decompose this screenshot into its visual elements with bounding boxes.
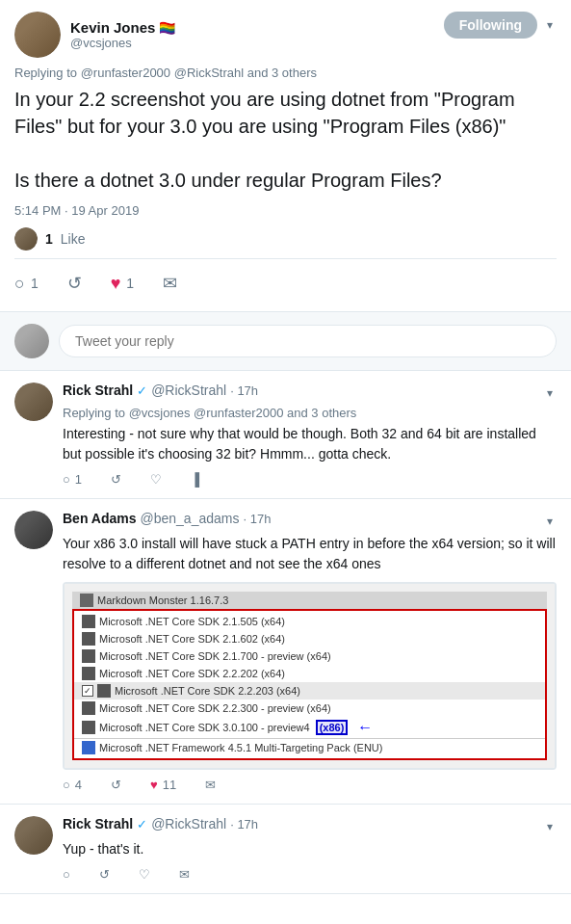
sub-header: Rick Strahl ✓ @RickStrahl · 17h ▾	[63, 383, 557, 404]
retweet-icon: ↺	[67, 273, 82, 294]
rick2-chevron-icon[interactable]: ▾	[543, 816, 557, 837]
rick2-heart-action[interactable]: ♡	[139, 867, 150, 882]
tweet-header-left: Kevin Jones 🏳️‍🌈 @vcsjones	[14, 12, 175, 58]
sdk-item-2: Microsoft .NET Core SDK 2.1.700 - previe…	[74, 647, 545, 665]
ben-adams-avatar[interactable]	[14, 511, 53, 549]
mail-icon: ✉	[163, 273, 177, 294]
reply-action[interactable]: ○ 1	[14, 274, 39, 294]
user-info: Kevin Jones 🏳️‍🌈 @vcsjones	[70, 19, 175, 50]
liker-avatar	[14, 227, 38, 251]
rick2-actions: ○ ↺ ♡ ✉	[63, 867, 557, 882]
likes-section: 1 Like	[14, 227, 557, 259]
reply-box	[0, 312, 571, 371]
chevron-down-icon[interactable]: ▾	[543, 14, 557, 36]
sdk-icon-6	[82, 721, 95, 734]
ben-heart-action[interactable]: ♥ 11	[150, 778, 176, 792]
reply-avatar	[14, 324, 49, 358]
screenshot-icon	[80, 594, 93, 607]
sdk-icon-2	[82, 649, 95, 663]
rick-strahl2-content: Rick Strahl ✓ @RickStrahl · 17h ▾ Yup - …	[63, 816, 557, 882]
sdk-icon-0	[82, 615, 95, 628]
tweet-text: In your 2.2 screenshot you are using dot…	[14, 86, 557, 194]
sdk-screenshot: Markdown Monster 1.16.7.3 Microsoft .NET…	[63, 582, 557, 770]
rick-strahl-tweet2: Rick Strahl ✓ @RickStrahl · 17h ▾ Yup - …	[0, 805, 571, 894]
ben-reply-count: 4	[75, 778, 82, 792]
following-button[interactable]: Following	[444, 12, 537, 39]
heart-action[interactable]: ♥ 1	[111, 274, 134, 294]
ben-username: @ben_a_adams	[141, 511, 240, 526]
retweet-icon: ↺	[99, 867, 110, 882]
username[interactable]: @vcsjones	[70, 36, 175, 50]
ben-retweet-action[interactable]: ↺	[111, 778, 121, 792]
rick-heart-action[interactable]: ♡	[150, 472, 162, 487]
tweet-header: Kevin Jones 🏳️‍🌈 @vcsjones Following ▾	[14, 12, 557, 58]
sub-user-info: Rick Strahl ✓ @RickStrahl · 17h	[63, 383, 258, 398]
user-display-name: Kevin Jones	[70, 19, 155, 36]
heart-icon: ♡	[139, 867, 150, 882]
ben-time: · 17h	[243, 512, 271, 526]
sdk-item-4: Microsoft .NET Core SDK 2.2.203 (x64)	[74, 682, 545, 700]
rick-retweet-action[interactable]: ↺	[111, 472, 121, 487]
rick-strahl-content: Rick Strahl ✓ @RickStrahl · 17h ▾ Replyi…	[63, 383, 557, 487]
rick-tweet-text: Interesting - not sure why that would be…	[63, 424, 557, 464]
rick2-username: @RickStrahl	[151, 816, 226, 832]
rick-strahl-avatar2[interactable]	[14, 816, 53, 855]
stats-icon: ▐	[191, 472, 199, 487]
rick-strahl-tweet: Rick Strahl ✓ @RickStrahl · 17h ▾ Replyi…	[0, 371, 571, 499]
sdk-icon-4	[97, 684, 111, 698]
replying-to: Replying to @runfaster2000 @RickStrahl a…	[14, 66, 557, 80]
rick-actions: ○ 1 ↺ ♡ ▐	[63, 472, 557, 487]
sdk-icon-5	[82, 701, 95, 715]
heart-count: 1	[126, 276, 134, 291]
rick-stats-action[interactable]: ▐	[191, 472, 199, 487]
sdk-item-6: Microsoft .NET Core SDK 3.0.100 - previe…	[74, 717, 545, 738]
ben-reply-action[interactable]: ○ 4	[63, 778, 82, 792]
rick2-retweet-action[interactable]: ↺	[99, 867, 110, 882]
rick2-mail-action[interactable]: ✉	[179, 867, 190, 882]
rick2-reply-action[interactable]: ○	[63, 867, 70, 882]
retweet-icon: ↺	[111, 778, 121, 792]
mail-icon: ✉	[205, 778, 216, 792]
sdk-item-1: Microsoft .NET Core SDK 2.1.602 (x64)	[74, 630, 545, 647]
verified-badge2: ✓	[137, 817, 147, 832]
sub-header-ben: Ben Adams @ben_a_adams · 17h ▾	[63, 511, 557, 532]
user-flags: 🏳️‍🌈	[159, 20, 175, 36]
tweet-timestamp: 5:14 PM · 19 Apr 2019	[14, 203, 557, 218]
ben-display-name: Ben Adams	[63, 511, 137, 526]
sdk-checkbox-4	[82, 685, 93, 697]
retweet-action[interactable]: ↺	[67, 273, 82, 294]
ben-actions: ○ 4 ↺ ♥ 11 ✉	[63, 778, 557, 792]
ben-adams-tweet: Ben Adams @ben_a_adams · 17h ▾ Your x86 …	[0, 499, 571, 805]
blue-arrow-icon: ←	[357, 719, 373, 736]
kevin-jones-avatar[interactable]	[14, 12, 61, 58]
header-right: Following ▾	[444, 12, 557, 39]
rick-reply-action[interactable]: ○ 1	[63, 472, 82, 487]
ben-heart-count: 11	[163, 778, 176, 792]
sdk-item-7: Microsoft .NET Framework 4.5.1 Multi-Tar…	[74, 738, 545, 756]
sdk-item-6-before: Microsoft .NET Core SDK 3.0.100 - previe…	[99, 722, 310, 733]
rick-strahl-avatar[interactable]	[14, 383, 53, 421]
ben-mail-action[interactable]: ✉	[205, 778, 216, 792]
reply-icon: ○	[14, 274, 25, 294]
heart-icon: ♥	[150, 778, 158, 792]
rick2-tweet-text: Yup - that's it.	[63, 839, 557, 859]
rick-username: @RickStrahl	[151, 383, 226, 398]
reply-icon: ○	[63, 867, 70, 882]
reply-input[interactable]	[59, 325, 557, 357]
rick2-time: · 17h	[230, 817, 258, 832]
retweet-icon: ↺	[111, 472, 121, 487]
rick-time: · 17h	[230, 383, 258, 398]
heart-icon: ♥	[111, 274, 121, 294]
rick2-user-info: Rick Strahl ✓ @RickStrahl · 17h	[63, 816, 258, 832]
tweet-chevron-icon[interactable]: ▾	[543, 383, 557, 404]
reply-count: 1	[31, 276, 39, 291]
ben-tweet-chevron-icon[interactable]: ▾	[543, 511, 557, 532]
main-tweet-container: Kevin Jones 🏳️‍🌈 @vcsjones Following ▾ R…	[0, 0, 571, 312]
rick-reply-count: 1	[75, 472, 82, 487]
mail-action[interactable]: ✉	[163, 273, 177, 294]
sub-header-rick2: Rick Strahl ✓ @RickStrahl · 17h ▾	[63, 816, 557, 837]
screenshot-content: Markdown Monster 1.16.7.3 Microsoft .NET…	[65, 584, 555, 768]
reply-icon: ○	[63, 778, 70, 792]
sdk-icon-3	[82, 667, 95, 680]
verified-badge: ✓	[137, 383, 147, 398]
